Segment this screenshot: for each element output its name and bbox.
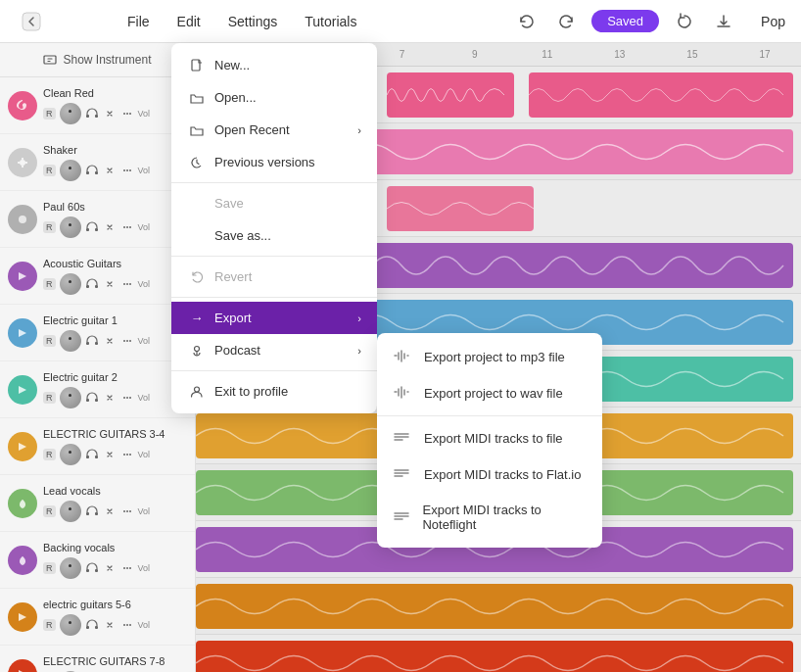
menu-exit-to-profile[interactable]: Exit to profile [171, 375, 377, 408]
mute-icon[interactable] [103, 391, 117, 405]
menu-save-as[interactable]: Save as... [171, 219, 377, 252]
track-block[interactable] [387, 186, 534, 231]
volume-knob[interactable] [60, 273, 81, 295]
back-button[interactable] [16, 6, 47, 37]
menu-podcast[interactable]: Podcast › [171, 334, 377, 366]
mute-icon[interactable] [103, 618, 117, 632]
menu-open[interactable]: Open... [171, 81, 377, 114]
menu-export[interactable]: → Export › [171, 302, 377, 334]
previous-versions-icon [187, 156, 207, 169]
more-icon[interactable] [120, 391, 134, 405]
volume-knob[interactable] [60, 444, 81, 465]
volume-knob[interactable] [60, 103, 81, 124]
track-block[interactable] [387, 72, 514, 118]
more-icon[interactable] [120, 220, 134, 234]
track-icon [8, 375, 37, 405]
mute-icon[interactable] [103, 107, 117, 120]
svg-point-16 [129, 169, 131, 171]
headphone-icon[interactable] [85, 277, 99, 291]
svg-point-32 [129, 340, 131, 342]
more-icon[interactable] [120, 561, 134, 575]
redo-button[interactable] [552, 8, 580, 35]
menu-divider [171, 370, 377, 371]
volume-knob[interactable] [60, 501, 81, 522]
headphone-icon[interactable] [85, 334, 99, 348]
menu-file[interactable]: File [125, 10, 152, 33]
menu-open-recent[interactable]: Open Recent › [171, 114, 377, 146]
menu-divider [171, 297, 377, 298]
wav-icon [393, 385, 414, 402]
track-block[interactable] [196, 641, 793, 672]
menu-edit[interactable]: Edit [175, 10, 203, 33]
mute-icon[interactable] [103, 334, 117, 348]
headphone-icon[interactable] [85, 448, 99, 461]
svg-point-36 [126, 397, 128, 399]
more-icon[interactable] [120, 618, 134, 632]
export-midi-flat[interactable]: Export MIDI tracks to Flat.io [377, 456, 602, 493]
volume-knob[interactable] [60, 216, 81, 238]
open-recent-icon [187, 123, 207, 137]
export-midi-noteflight[interactable]: Export MIDI tracks to Noteflight [377, 493, 602, 542]
headphone-icon[interactable] [85, 107, 99, 120]
more-icon[interactable] [120, 504, 134, 518]
svg-rect-33 [86, 399, 89, 402]
menu-settings[interactable]: Settings [226, 10, 280, 33]
mute-icon[interactable] [103, 277, 117, 291]
volume-knob[interactable] [60, 387, 81, 408]
headphone-icon[interactable] [85, 220, 99, 234]
headphone-icon[interactable] [85, 618, 99, 632]
track-icon [8, 602, 37, 632]
top-bar: File Edit Settings Tutorials Saved Pop [0, 0, 801, 43]
refresh-button[interactable] [671, 8, 698, 35]
mute-icon[interactable] [103, 504, 117, 518]
svg-rect-49 [95, 569, 98, 572]
volume-knob[interactable] [60, 330, 81, 352]
mute-icon[interactable] [103, 561, 117, 575]
track-row: Backing vocals R Vol [0, 532, 195, 589]
svg-point-17 [19, 216, 26, 223]
mute-icon[interactable] [103, 220, 117, 234]
open-icon [187, 91, 207, 105]
svg-point-20 [123, 226, 125, 228]
svg-point-14 [123, 169, 125, 171]
track-icon [8, 432, 37, 461]
headphone-icon[interactable] [85, 561, 99, 575]
more-icon[interactable] [120, 107, 134, 120]
svg-point-15 [126, 169, 128, 171]
more-icon[interactable] [120, 277, 134, 291]
more-icon[interactable] [120, 334, 134, 348]
headphone-icon[interactable] [85, 164, 99, 177]
export-wav[interactable]: Export project to wav file [377, 375, 602, 411]
more-icon[interactable] [120, 448, 134, 461]
export-mp3[interactable]: Export project to mp3 file [377, 339, 602, 375]
headphone-icon[interactable] [85, 391, 99, 405]
svg-rect-0 [23, 13, 40, 30]
svg-point-37 [129, 397, 131, 399]
undo-button[interactable] [513, 8, 541, 35]
new-icon [187, 59, 207, 72]
track-row: Electric guitar 1 R Vol [0, 305, 195, 361]
mute-icon[interactable] [103, 448, 117, 461]
track-controls: R Vol [43, 273, 187, 295]
headphone-icon[interactable] [85, 504, 99, 518]
svg-rect-3 [95, 115, 98, 118]
volume-knob[interactable] [60, 160, 81, 181]
export-midi-file[interactable]: Export MIDI tracks to file [377, 420, 602, 456]
menu-new[interactable]: New... [171, 49, 377, 81]
mute-icon[interactable] [103, 164, 117, 177]
more-icon[interactable] [120, 164, 134, 177]
track-row: ELECTRIC GUITARS 3-4 R Vol [0, 418, 195, 475]
track-controls: R Vol [43, 330, 187, 352]
volume-knob[interactable] [60, 614, 81, 636]
svg-point-7 [20, 160, 25, 166]
volume-knob[interactable] [60, 557, 81, 579]
track-info: ELECTRIC GUITARS 7-8 R Vol [43, 655, 187, 673]
menu-tutorials[interactable]: Tutorials [303, 10, 358, 33]
track-block[interactable] [196, 584, 793, 629]
saved-button[interactable]: Saved [591, 10, 659, 32]
menu-previous-versions[interactable]: Previous versions [171, 146, 377, 178]
menu-revert: Revert [171, 261, 377, 293]
download-button[interactable] [710, 8, 737, 35]
track-block[interactable] [529, 72, 793, 118]
show-instrument-button[interactable]: Show Instrument [0, 43, 195, 77]
